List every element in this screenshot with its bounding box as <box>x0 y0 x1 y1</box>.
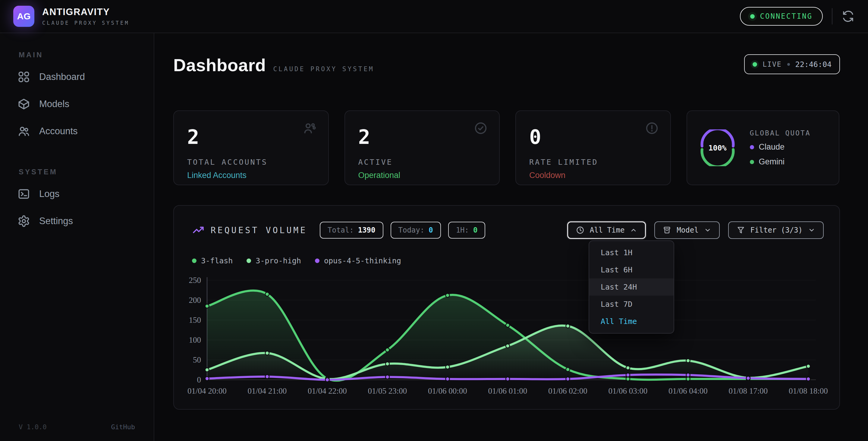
sidebar-item-dashboard[interactable]: Dashboard <box>0 63 154 90</box>
stat-sublabel: Linked Accounts <box>187 171 315 180</box>
trending-up-icon <box>193 225 204 236</box>
svg-text:01/06 03:00: 01/06 03:00 <box>609 386 648 395</box>
series-dot-icon <box>192 259 196 263</box>
svg-text:0: 0 <box>197 375 201 384</box>
dropdown-item-last-6h[interactable]: Last 6H <box>589 261 674 278</box>
dropdown-item-last-7d[interactable]: Last 7D <box>589 296 674 313</box>
request-volume-panel: REQUEST VOLUME Total: 1390 Today: 0 1H: … <box>173 205 840 410</box>
series-dot-icon <box>247 259 251 263</box>
stat-sublabel: Operational <box>358 171 486 180</box>
svg-text:01/06 00:00: 01/06 00:00 <box>428 386 467 395</box>
page-subtitle: CLAUDE PROXY SYSTEM <box>273 65 374 73</box>
github-link[interactable]: GitHub <box>111 423 135 431</box>
card-global-quota: 100% GLOBAL QUOTA Claude Gemini <box>687 110 840 185</box>
stat-label: RATE LIMITED <box>529 158 657 167</box>
dropdown-item-last-24h[interactable]: Last 24H <box>589 278 674 296</box>
clock-icon <box>576 226 584 234</box>
quota-legend-gemini: Gemini <box>750 157 811 167</box>
sidebar-item-label: Accounts <box>39 126 78 137</box>
alert-circle-icon <box>645 121 659 135</box>
today-pill: Today: 0 <box>391 222 441 239</box>
svg-text:150: 150 <box>189 316 201 325</box>
topbar-divider <box>832 8 832 24</box>
one-hour-pill: 1H: 0 <box>448 222 486 239</box>
stat-pills: Total: 1390 Today: 0 1H: 0 <box>320 222 485 239</box>
sidebar: MAIN Dashboard Models Accounts SYSTEM <box>0 33 154 441</box>
connection-status-badge: CONNECTING <box>740 7 823 26</box>
today-value: 0 <box>429 226 433 234</box>
live-label: LIVE <box>763 60 781 68</box>
refresh-icon[interactable] <box>841 10 855 23</box>
users-icon <box>18 125 30 138</box>
stat-cards-row: 2 TOTAL ACCOUNTS Linked Accounts 2 ACTIV… <box>173 110 839 185</box>
stat-value: 2 <box>187 125 315 149</box>
svg-text:50: 50 <box>193 355 201 364</box>
stat-label: ACTIVE <box>358 158 486 167</box>
brand: ANTIGRAVITY CLAUDE PROXY SYSTEM <box>42 7 129 26</box>
chevron-down-icon <box>704 227 711 234</box>
request-volume-chart: 05010015020025001/04 20:0001/04 21:0001/… <box>180 273 834 403</box>
check-circle-icon <box>474 121 488 135</box>
archive-box-icon <box>663 226 671 234</box>
gemini-dot-icon <box>750 160 754 164</box>
live-status-badge: LIVE 22:46:04 <box>744 54 840 74</box>
sidebar-item-label: Dashboard <box>39 71 85 82</box>
total-pill: Total: 1390 <box>320 222 383 239</box>
svg-text:01/06 04:00: 01/06 04:00 <box>669 386 708 395</box>
panel-title: REQUEST VOLUME <box>211 225 307 235</box>
filter-button-label: Filter (3/3) <box>750 226 803 234</box>
quota-ring: 100% <box>699 129 736 166</box>
time-range-dropdown: Last 1H Last 6H Last 24H Last 7D All Tim… <box>589 240 674 333</box>
svg-text:01/04 20:00: 01/04 20:00 <box>187 386 227 395</box>
card-active: 2 ACTIVE Operational <box>344 110 500 185</box>
dashboard-grid-icon <box>18 70 30 83</box>
quota-label: GLOBAL QUOTA <box>750 129 811 137</box>
time-range-button[interactable]: All Time <box>567 222 646 239</box>
total-value: 1390 <box>358 226 375 234</box>
claude-dot-icon <box>750 145 754 149</box>
live-dot-icon <box>752 62 757 67</box>
stat-sublabel: Cooldown <box>529 171 657 180</box>
funnel-icon <box>737 226 745 234</box>
svg-text:200: 200 <box>189 296 201 305</box>
sidebar-item-accounts[interactable]: Accounts <box>0 118 154 145</box>
svg-text:100: 100 <box>189 335 201 345</box>
app-subtitle: CLAUDE PROXY SYSTEM <box>42 20 129 26</box>
model-filter-button[interactable]: Model <box>654 222 719 239</box>
legend-item: opus-4-5-thinking <box>315 256 401 265</box>
time-range-label: All Time <box>590 226 625 234</box>
svg-text:250: 250 <box>189 276 201 285</box>
card-total-accounts: 2 TOTAL ACCOUNTS Linked Accounts <box>173 110 329 185</box>
sidebar-item-models[interactable]: Models <box>0 90 154 118</box>
app-version: V 1.0.0 <box>19 423 47 431</box>
dropdown-item-all-time[interactable]: All Time <box>589 313 674 330</box>
clock-value: 22:46:04 <box>795 60 832 69</box>
svg-text:01/06 02:00: 01/06 02:00 <box>548 386 587 395</box>
stat-label: TOTAL ACCOUNTS <box>187 158 315 167</box>
legend-item: 3-flash <box>192 256 233 265</box>
main-content: Dashboard CLAUDE PROXY SYSTEM LIVE 22:46… <box>154 33 868 441</box>
chart-legend: 3-flash 3-pro-high opus-4-5-thinking <box>192 256 401 265</box>
one-hour-value: 0 <box>473 226 477 234</box>
logo-text: AG <box>17 11 31 22</box>
svg-text:01/04 22:00: 01/04 22:00 <box>308 386 347 395</box>
svg-text:01/08 17:00: 01/08 17:00 <box>729 386 768 395</box>
svg-text:01/08 18:00: 01/08 18:00 <box>789 386 828 395</box>
status-dot-icon <box>750 14 755 19</box>
topbar: AG ANTIGRAVITY CLAUDE PROXY SYSTEM CONNE… <box>0 0 868 33</box>
legend-item: 3-pro-high <box>247 256 301 265</box>
chevron-down-icon <box>808 227 815 234</box>
stat-value: 0 <box>529 125 657 149</box>
separator-dot-icon <box>787 63 790 66</box>
sidebar-item-label: Settings <box>39 216 73 227</box>
series-dot-icon <box>315 259 319 263</box>
sidebar-item-settings[interactable]: Settings <box>0 208 154 235</box>
cube-icon <box>18 98 30 110</box>
svg-text:01/06 01:00: 01/06 01:00 <box>488 386 527 395</box>
sidebar-item-logs[interactable]: Logs <box>0 180 154 208</box>
terminal-icon <box>18 187 30 200</box>
chevron-up-icon <box>630 227 637 234</box>
dropdown-item-last-1h[interactable]: Last 1H <box>589 244 674 261</box>
filter-button[interactable]: Filter (3/3) <box>728 222 824 239</box>
connection-status-label: CONNECTING <box>760 12 813 21</box>
